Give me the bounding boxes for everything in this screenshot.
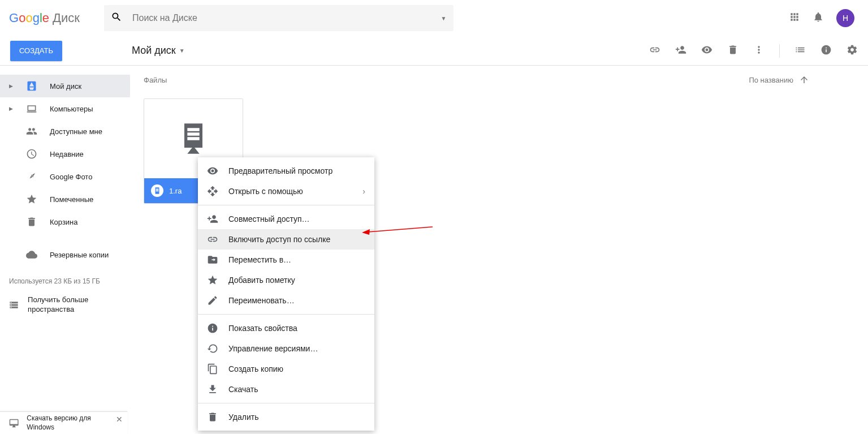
separator	[198, 314, 374, 315]
more-storage-button[interactable]: Получить больше пространства	[0, 291, 130, 319]
expand-icon: ▶	[9, 106, 14, 111]
more-storage-label: Получить больше пространства	[28, 295, 121, 315]
file-type-icon	[151, 184, 163, 197]
files-heading: Файлы	[144, 76, 167, 84]
delete-icon[interactable]	[727, 44, 739, 58]
nav-label: Недавние	[50, 150, 84, 158]
storage-usage-text: Используется 23 КБ из 15 ГБ	[0, 266, 130, 291]
svg-marker-1	[362, 229, 370, 235]
sidebar-item-trash[interactable]: Корзина	[0, 210, 130, 233]
logo[interactable]: Google Диск	[9, 11, 104, 25]
ctx-label: Удалить	[228, 412, 258, 422]
ctx-get-link[interactable]: Включить доступ по ссылке	[198, 229, 374, 250]
google-logo-text: Google	[9, 11, 49, 25]
caret-down-icon: ▼	[179, 48, 185, 54]
search-icon	[111, 11, 122, 25]
ctx-label: Скачать	[228, 385, 258, 394]
nav-label: Резервные копии	[50, 251, 109, 259]
settings-icon[interactable]	[847, 44, 858, 58]
notifications-icon[interactable]	[813, 11, 824, 25]
sort-label: По названию	[749, 76, 793, 84]
sidebar-item-starred[interactable]: Помеченные	[0, 188, 130, 210]
ctx-delete[interactable]: Удалить	[198, 407, 374, 427]
person-add-icon[interactable]	[675, 44, 686, 58]
create-button[interactable]: СОЗДАТЬ	[10, 41, 62, 61]
preview-icon[interactable]	[701, 44, 712, 58]
breadcrumb[interactable]: Мой диск ▼	[129, 45, 185, 57]
search-options-caret-icon[interactable]: ▼	[441, 15, 447, 22]
ctx-star[interactable]: Добавить пометку	[198, 270, 374, 290]
search-bar[interactable]: ▼	[104, 5, 454, 31]
ctx-label: Открыть с помощью	[228, 187, 303, 196]
expand-icon: ▶	[9, 83, 14, 89]
ctx-label: Управление версиями…	[228, 344, 318, 353]
nav-label: Компьютеры	[50, 105, 93, 113]
download-promo[interactable]: Скачать версию для Windows ✕	[0, 411, 127, 434]
ctx-share[interactable]: Совместный доступ…	[198, 209, 374, 229]
apps-icon[interactable]	[789, 11, 800, 25]
context-menu: Предварительный просмотр Открыть с помощ…	[198, 157, 374, 431]
avatar-letter: Н	[843, 14, 848, 23]
sidebar-item-backups[interactable]: Резервные копии	[0, 243, 130, 266]
annotation-arrow	[362, 223, 435, 242]
nav-label: Google Фото	[50, 173, 92, 181]
link-icon[interactable]	[649, 44, 660, 58]
toolbar-actions	[649, 44, 868, 58]
ctx-preview[interactable]: Предварительный просмотр	[198, 161, 374, 181]
ctx-label: Предварительный просмотр	[228, 166, 332, 175]
ctx-open-with[interactable]: Открыть с помощью›	[198, 181, 374, 201]
promo-label: Скачать версию для Windows	[27, 414, 108, 432]
ctx-label: Переименовать…	[228, 296, 295, 305]
sort-control[interactable]: По названию	[749, 75, 854, 85]
ctx-versions[interactable]: Управление версиями…	[198, 338, 374, 359]
file-name: 1.ra	[169, 187, 182, 195]
sidebar-item-computers[interactable]: ▶ Компьютеры	[0, 97, 130, 120]
ctx-label: Переместить в…	[228, 255, 291, 264]
svg-line-0	[368, 227, 433, 232]
breadcrumb-label: Мой диск	[132, 45, 176, 57]
header-icons: Н	[789, 9, 854, 27]
nav-label: Помеченные	[50, 195, 93, 204]
ctx-rename[interactable]: Переименовать…	[198, 290, 374, 311]
ctx-copy[interactable]: Создать копию	[198, 359, 374, 379]
sidebar-item-my-drive[interactable]: ▶ Мой диск	[0, 75, 130, 97]
app-name: Диск	[53, 11, 80, 25]
ctx-label: Включить доступ по ссылке	[228, 235, 330, 244]
sidebar: ▶ Мой диск ▶ Компьютеры Доступные мне Не…	[0, 66, 130, 434]
subheader: СОЗДАТЬ Мой диск ▼	[0, 36, 868, 66]
ctx-details[interactable]: Показать свойства	[198, 318, 374, 338]
header: Google Диск ▼ Н	[0, 0, 868, 36]
sidebar-item-recent[interactable]: Недавние	[0, 143, 130, 165]
info-icon[interactable]	[821, 44, 832, 58]
nav-label: Доступные мне	[50, 127, 102, 136]
search-input[interactable]	[122, 13, 441, 23]
list-view-icon[interactable]	[794, 44, 806, 58]
separator	[779, 44, 780, 58]
ctx-label: Создать копию	[228, 364, 283, 373]
nav-label: Корзина	[50, 218, 78, 226]
ctx-label: Совместный доступ…	[228, 214, 310, 224]
separator	[198, 403, 374, 403]
files-header: Файлы По названию	[144, 75, 854, 85]
sidebar-item-shared[interactable]: Доступные мне	[0, 120, 130, 143]
ctx-label: Показать свойства	[228, 324, 297, 333]
separator	[198, 205, 374, 205]
chevron-right-icon: ›	[362, 187, 365, 196]
ctx-download[interactable]: Скачать	[198, 379, 374, 399]
avatar[interactable]: Н	[836, 9, 854, 27]
nav-label: Мой диск	[50, 82, 81, 91]
sidebar-item-photos[interactable]: Google Фото	[0, 165, 130, 188]
ctx-label: Добавить пометку	[228, 276, 295, 285]
more-icon[interactable]	[753, 44, 765, 58]
ctx-move[interactable]: Переместить в…	[198, 250, 374, 270]
close-icon[interactable]: ✕	[116, 415, 123, 424]
